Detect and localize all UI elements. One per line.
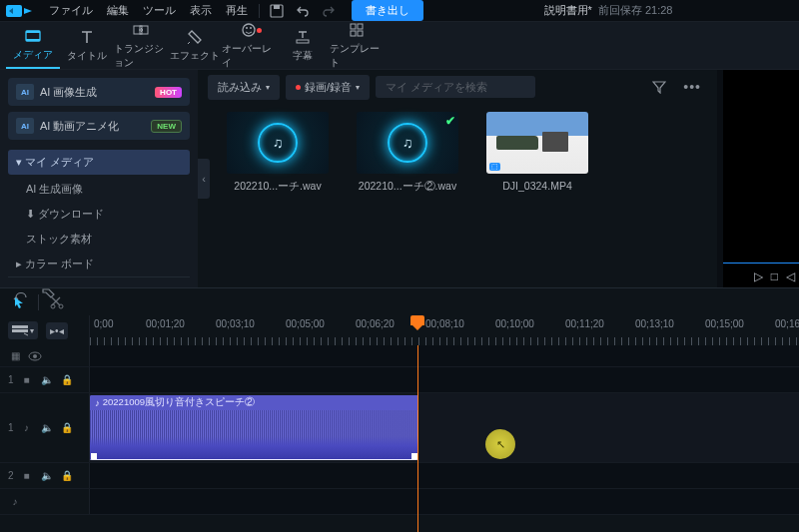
tooltab-5[interactable]: 字幕 (276, 22, 330, 69)
ai-icon: AI (16, 84, 34, 100)
audio-track-icon: ♪ (20, 422, 34, 433)
preview-progress (723, 263, 799, 264)
track-head-video-1[interactable]: 1 ■ 🔈 🔒 (0, 367, 90, 392)
tooltab-label: タイトル (67, 49, 107, 63)
tree-item-ai-generated[interactable]: AI 生成画像 (8, 177, 190, 202)
tooltab-label: トランジション (114, 42, 168, 70)
track-head-video-2[interactable]: 2 ■ 🔈 🔒 (0, 463, 90, 488)
ai-image-gen-label: AI 画像生成 (40, 85, 97, 100)
ai-image-gen-button[interactable]: AI AI 画像生成 HOT (8, 78, 190, 106)
tree-color-board[interactable]: ▸ カラー ボード (8, 252, 190, 276)
tooltab-label: オーバーレイ (222, 42, 276, 70)
ruler-label: 00;05;00 (286, 318, 325, 329)
media-item-1[interactable]: ♫✔202210...ーチ②.wav (352, 112, 463, 194)
svg-rect-0 (6, 5, 22, 17)
track-grid-icon[interactable]: ▦ (8, 350, 22, 361)
cut-tool-icon[interactable] (47, 292, 69, 312)
mute-icon[interactable]: 🔈 (40, 422, 54, 433)
ruler-label: 00;16;2 (775, 318, 799, 329)
menu-edit[interactable]: 編集 (100, 3, 136, 18)
tooltab-label: 字幕 (293, 49, 313, 63)
playhead-line[interactable] (417, 345, 418, 532)
undo-icon[interactable] (294, 2, 312, 20)
svg-point-8 (243, 24, 255, 36)
tooltab-2[interactable]: トランジション (114, 22, 168, 69)
import-button[interactable]: 読み込み ▾ (208, 75, 280, 100)
playhead-flag-icon[interactable] (410, 315, 424, 325)
track-number: 2 (8, 470, 14, 481)
play-icon[interactable]: ▷ (754, 269, 763, 283)
music-note-icon: ♪ (95, 397, 100, 408)
ruler-label: 0;00 (94, 318, 113, 329)
audio-thumb: ♫✔ (357, 112, 458, 174)
track-eye-icon[interactable] (28, 351, 42, 361)
track-body-video-1[interactable] (90, 367, 799, 392)
track-head-extra[interactable]: ♪ (0, 489, 90, 514)
divider (259, 4, 260, 18)
menu-play[interactable]: 再生 (219, 3, 255, 18)
svg-rect-15 (358, 31, 363, 36)
tree-item-stock[interactable]: ストック素材 (8, 227, 190, 252)
tooltab-4[interactable]: オーバーレイ (222, 22, 276, 69)
record-button[interactable]: 録画/録音 ▾ (286, 75, 370, 100)
more-icon[interactable]: ••• (677, 79, 707, 95)
snap-button[interactable]: ▸•◂ (46, 322, 68, 339)
ruler-label: 00;10;00 (495, 318, 534, 329)
tooltab-1[interactable]: タイトル (60, 22, 114, 69)
svg-rect-4 (26, 31, 40, 33)
tree-my-media[interactable]: ▾ マイ メディア (8, 150, 190, 175)
badge-icon: ⬚ (489, 163, 500, 171)
timeline-ruler[interactable]: 0;0000;01;2000;03;1000;05;0000;06;2000;0… (90, 315, 799, 345)
ruler-label: 00;11;20 (565, 318, 604, 329)
ai-video-anime-label: AI 動画アニメ化 (40, 119, 119, 134)
tooltab-6[interactable]: テンプレート (330, 22, 384, 69)
search-input[interactable] (376, 76, 535, 98)
svg-point-17 (59, 304, 63, 308)
ruler-label: 00;03;10 (216, 318, 255, 329)
lock-icon[interactable]: 🔒 (60, 470, 74, 481)
prev-icon[interactable]: ◁ (786, 269, 795, 283)
svg-rect-18 (12, 325, 28, 328)
preview-panel: ▷ □ ◁ (717, 70, 799, 287)
audio-clip[interactable]: ♪20221009風切り音付きスピーチ② (90, 395, 418, 460)
media-item-2[interactable]: ⬚DJI_0324.MP4 (481, 112, 593, 194)
tooltab-0[interactable]: メディア (6, 22, 60, 69)
svg-point-10 (250, 27, 252, 29)
redo-icon[interactable] (320, 2, 338, 20)
export-button[interactable]: 書き出し (352, 0, 423, 21)
mute-icon[interactable]: 🔈 (40, 470, 54, 481)
lock-icon[interactable]: 🔒 (60, 422, 74, 433)
track-body-video-2[interactable] (90, 463, 799, 488)
clip-handle-left[interactable] (91, 453, 97, 459)
arrow-tool-icon[interactable] (8, 292, 30, 312)
ruler-label: 00;01;20 (146, 318, 185, 329)
track-body-audio-1[interactable]: ♪20221009風切り音付きスピーチ② ↖ (90, 393, 799, 462)
menu-tools[interactable]: ツール (136, 3, 183, 18)
stop-icon[interactable]: □ (771, 269, 778, 283)
save-icon[interactable] (268, 2, 286, 20)
tree-item-downloads[interactable]: ⬇ ダウンロード (8, 202, 190, 227)
lock-icon[interactable]: 🔒 (60, 374, 74, 385)
menu-view[interactable]: 表示 (183, 3, 219, 18)
ruler-label: 00;13;10 (635, 318, 674, 329)
timeline-mode-button[interactable]: ▾ (8, 321, 38, 339)
tooltab-label: メディア (13, 48, 53, 62)
collapse-sidebar-button[interactable]: ‹ (198, 159, 210, 199)
tooltab-label: テンプレート (330, 42, 384, 70)
media-item-0[interactable]: ♫202210...ーチ.wav (222, 112, 334, 194)
cursor-highlight: ↖ (485, 429, 515, 459)
tooltab-icon (132, 21, 150, 39)
mute-icon[interactable]: 🔈 (40, 374, 54, 385)
new-badge: NEW (151, 120, 182, 133)
video-thumb: ⬚ (486, 112, 588, 174)
divider (38, 294, 39, 310)
ai-video-anime-button[interactable]: AI AI 動画アニメ化 NEW (8, 112, 190, 140)
tooltab-3[interactable]: エフェクト (168, 22, 222, 69)
track-number: 1 (8, 422, 14, 433)
track-head-audio-1[interactable]: 1 ♪ 🔈 🔒 (0, 393, 90, 462)
menu-file[interactable]: ファイル (42, 3, 100, 18)
filter-icon[interactable] (647, 76, 671, 98)
check-icon: ✔ (445, 114, 455, 128)
svg-rect-19 (12, 329, 28, 332)
notification-dot-icon (257, 28, 262, 33)
